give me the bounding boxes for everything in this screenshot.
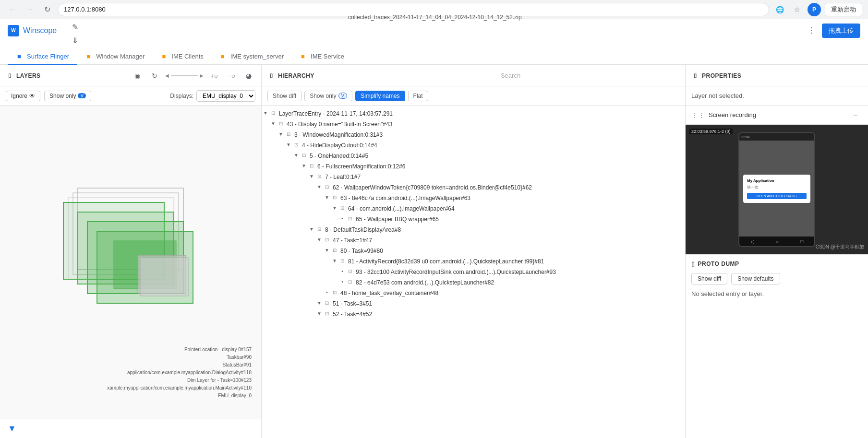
properties-panel-title: ▯ PROPERTIES [691,72,741,80]
svg-rect-9 [140,258,188,296]
tree-node[interactable]: ▼⊡3 - WindowedMagnification:0:31#3 [262,130,685,141]
show-only-label: Show only [49,93,76,99]
tree-node[interactable]: ▼⊡51 - Task=3#51 [262,299,685,310]
phone-dialog-button[interactable]: OPEN ANOTHER DIALOG [747,193,807,199]
screen-recording-minimize-button[interactable]: – [849,108,862,122]
tree-node[interactable]: ▼⊡6 - FullscreenMagnification:0:12#6 [262,162,685,173]
flat-button[interactable]: Flat [408,91,428,101]
tab-ime-clients[interactable]: ■ IME Clients [152,48,211,65]
tree-toggle-icon[interactable]: ▼ [315,311,323,316]
tree-node[interactable]: ▼⊡47 - Task=1#47 [262,236,685,247]
tree-toggle-icon[interactable]: ▼ [323,248,331,253]
layer-label-5: Dim Layer for - Task=100#123 [0,377,252,384]
screen-recording-grid-icon: ⋮⋮ [691,111,705,119]
tab-surface-flinger[interactable]: ■ Surface Flinger [8,48,77,65]
layers-zoom-out-icon[interactable]: −○ [225,69,238,83]
tree-node-icon: ⊡ [323,300,331,306]
tree-toggle-icon[interactable]: ▼ [315,184,323,189]
tree-node[interactable]: ▼⊡4 - HideDisplayCutout:0:14#4 [262,141,685,152]
tree-toggle-icon[interactable]: • [338,279,346,284]
tree-node[interactable]: ▼⊡8 - DefaultTaskDisplayArea#8 [262,225,685,236]
tree-node[interactable]: ▼⊡62 - WallpaperWindowToken{c709809 toke… [262,183,685,194]
back-button[interactable]: ← [6,3,19,16]
layers-timeline-track: ◀ ▶ [165,73,204,78]
displays-select[interactable]: EMU_display_0 [196,90,255,102]
tree-node[interactable]: ▼⊡52 - Task=4#52 [262,310,685,320]
tree-toggle-icon[interactable]: ▼ [315,300,323,306]
layers-history-icon[interactable]: ↻ [148,69,161,83]
tree-node[interactable]: ▼⊡5 - OneHanded:0:14#5 [262,152,685,162]
simplify-names-button[interactable]: Simplify names [355,91,405,101]
tab-is-icon: ■ [299,52,307,60]
tree-node-icon: ⊡ [323,184,331,189]
tree-toggle-icon[interactable]: ▼ [285,142,292,147]
tree-toggle-icon[interactable]: ▼ [315,237,323,242]
tree-toggle-icon[interactable]: ▼ [308,174,315,179]
tree-node[interactable]: ▼⊡43 - Display 0 name="Built-in Screen"#… [262,120,685,130]
tree-toggle-icon[interactable]: ▼ [323,195,331,200]
upload-button[interactable]: 拖拽上传 [822,24,860,38]
tree-node[interactable]: ▼⊡81 - ActivityRecord{8c32d39 u0 com.and… [262,257,685,268]
profile-button[interactable]: P [808,3,821,16]
layers-show-only-button[interactable]: Show only V [44,91,91,101]
proto-show-diff-button[interactable]: Show diff [691,273,727,284]
tree-toggle-icon[interactable]: • [338,269,346,274]
tree-node-icon: ⊡ [331,195,338,200]
layers-panel-icon: ▯ [6,72,13,80]
edit-filename-button[interactable]: ✎ [68,21,82,34]
show-only-hier-label: Show only [310,93,336,99]
layer-label-1: PointerLocation - display 0#157 [0,346,252,354]
tree-node-label: 93 - 82cd100 ActivityRecordInputSink com… [354,269,685,275]
tree-node[interactable]: ▼⊡63 - 8e46c7a com.android.(...).ImageWa… [262,194,685,204]
tree-toggle-icon[interactable]: ▼ [331,205,338,211]
hierarchy-search-input[interactable] [501,72,679,79]
phone-nav-bar: ◁ ○ □ [739,237,814,246]
tree-node-label: 81 - ActivityRecord{8c32d39 u0 com.andro… [346,258,685,265]
tree-node-icon: ⊡ [323,311,331,316]
tree-toggle-icon[interactable]: ▼ [277,131,285,137]
proto-show-defaults-button[interactable]: Show defaults [731,273,780,284]
tab-ime-system-server[interactable]: ■ IME system_server [211,48,291,65]
tree-node[interactable]: ▼⊡80 - Task=99#80 [262,247,685,257]
tree-toggle-icon[interactable]: ▼ [292,153,300,158]
layers-zoom-in-icon[interactable]: +○ [207,69,221,83]
tab-ime-service[interactable]: ■ IME Service [291,48,352,65]
main-content: ▯ LAYERS ◉ ↻ ◀ ▶ +○ −○ ◕ Ignore 👁 Show o… [0,65,868,438]
tree-node-icon: ⊡ [338,258,346,263]
layers-filter-icon[interactable]: ◉ [131,69,144,83]
tree-node[interactable]: ▼⊡LayerTraceEntry - 2024-11-17, 14:03:57… [262,109,685,120]
tree-toggle-icon[interactable]: • [323,290,331,295]
tree-node[interactable]: •⊡82 - e4d7e53 com.android.(...).Quickst… [262,278,685,289]
forward-button[interactable]: → [23,3,36,16]
tree-toggle-icon[interactable]: ▼ [262,110,269,116]
tree-toggle-icon[interactable]: ▼ [308,226,315,232]
share-button[interactable]: ⋮ [805,24,818,37]
layers-ignore-button[interactable]: Ignore 👁 [6,91,40,101]
tree-node[interactable]: •⊡48 - home_task_overlay_container#48 [262,289,685,299]
recording-screen: 22:03:59.976:1-2 (0) 22:04 My Applicatio… [686,125,868,254]
phone-dialog-title: My Application [747,178,807,183]
tree-toggle-icon[interactable]: ▼ [300,163,308,168]
header-actions: ⋮ 拖拽上传 [805,24,860,38]
show-only-button[interactable]: Show only V [304,91,352,101]
show-diff-button[interactable]: Show diff [267,91,301,101]
tree-node[interactable]: •⊡93 - 82cd100 ActivityRecordInputSink c… [262,268,685,278]
tree-node[interactable]: ▼⊡64 - com.android.(...).ImageWallpaper#… [262,204,685,215]
tab-is-label: IME Service [311,53,344,60]
download-button[interactable]: ⇓ [68,34,82,47]
timeline-arrow-icon: ▼ [8,424,16,434]
tree-node[interactable]: •⊡65 - Wallpaper BBQ wrapper#65 [262,215,685,225]
properties-title-text: PROPERTIES [702,72,741,79]
tree-toggle-icon[interactable]: • [338,216,346,221]
restart-button[interactable]: 重新启动 [825,3,862,16]
reload-button[interactable]: ↻ [40,3,54,16]
tree-toggle-icon[interactable]: ▼ [331,258,338,263]
tab-window-manager[interactable]: ■ Window Manager [77,48,152,65]
hierarchy-tree[interactable]: ▼⊡LayerTraceEntry - 2024-11-17, 14:03:57… [262,106,685,438]
layers-time-icon[interactable]: ◕ [242,69,255,83]
tree-node[interactable]: ▼⊡7 - Leaf:0:1#7 [262,173,685,183]
tree-toggle-icon[interactable]: ▼ [269,121,277,126]
properties-panel: ▯ PROPERTIES Layer not selected. ⋮⋮ Scre… [686,65,868,438]
eye-icon: 👁 [29,93,35,99]
tree-node-label: 65 - Wallpaper BBQ wrapper#65 [354,216,685,223]
